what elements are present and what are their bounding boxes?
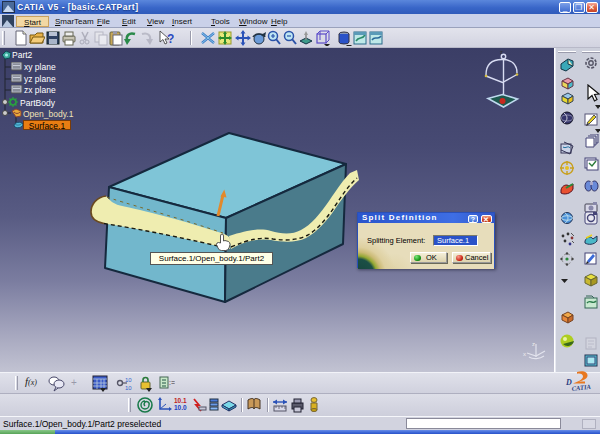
svg-text:z: z: [500, 49, 503, 55]
svg-text:x: x: [523, 351, 526, 357]
svg-text:10: 10: [125, 377, 132, 383]
svg-text:?: ?: [167, 32, 174, 46]
svg-text:10: 10: [125, 385, 132, 391]
svg-text::=: :=: [169, 379, 175, 386]
svg-text:CATIA: CATIA: [571, 383, 592, 392]
svg-text:z: z: [532, 341, 535, 347]
